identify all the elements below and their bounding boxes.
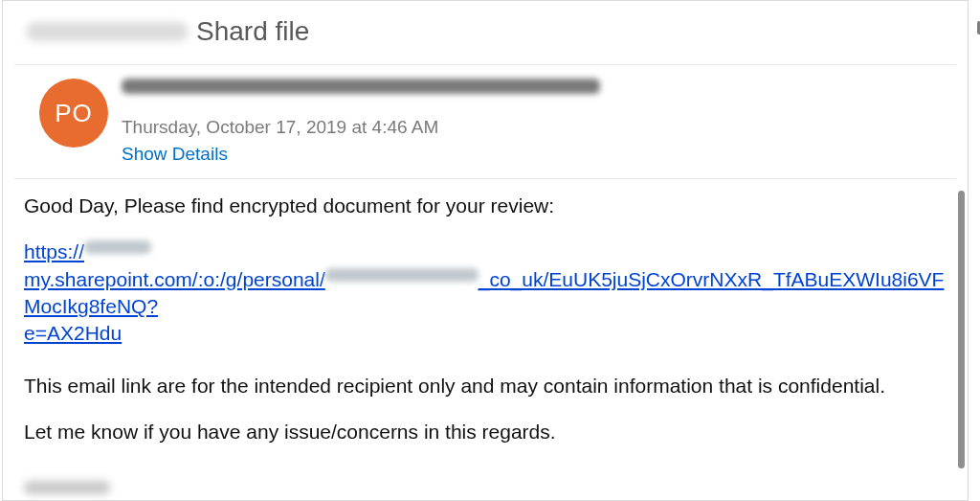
email-message: Shard file PO Thursday, October 17, 2019… bbox=[2, 0, 969, 501]
body-link-block: https:// my.sharepoint.com/:o:/g/persona… bbox=[24, 239, 952, 347]
redacted-sender-address bbox=[122, 79, 600, 94]
redacted-url-user bbox=[325, 266, 479, 293]
email-header: PO Thursday, October 17, 2019 at 4:46 AM… bbox=[3, 65, 968, 178]
redacted-signature-name bbox=[24, 481, 110, 494]
body-greeting: Good Day, Please find encrypted document… bbox=[24, 193, 952, 219]
sender-row bbox=[122, 79, 950, 98]
subject-row: Shard file bbox=[3, 1, 968, 64]
redacted-sender-prefix bbox=[26, 22, 189, 41]
redacted-url-host bbox=[84, 239, 151, 265]
scrollbar-thumb[interactable] bbox=[958, 191, 965, 468]
show-details-link[interactable]: Show Details bbox=[122, 144, 950, 165]
body-disclaimer: This email link are for the intended rec… bbox=[24, 373, 952, 399]
sharepoint-link[interactable]: https:// my.sharepoint.com/:o:/g/persona… bbox=[24, 240, 944, 344]
email-date: Thursday, October 17, 2019 at 4:46 AM bbox=[122, 117, 950, 138]
body-closing: Let me know if you have any issue/concer… bbox=[24, 419, 952, 445]
signature-block: Executive Board Member & Managing Direct… bbox=[24, 474, 952, 501]
email-body: Good Day, Please find encrypted document… bbox=[3, 179, 968, 501]
email-subject: Shard file bbox=[196, 16, 309, 47]
avatar: PO bbox=[39, 79, 108, 148]
